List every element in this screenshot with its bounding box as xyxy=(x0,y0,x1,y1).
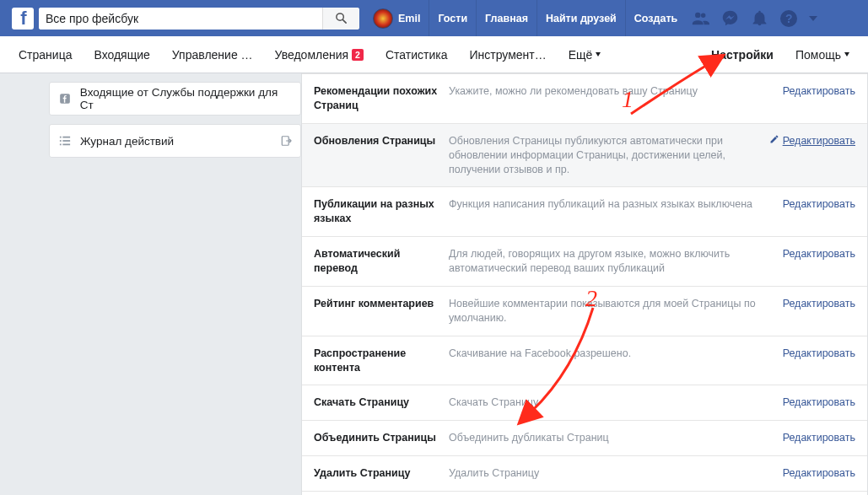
sidebar: Входящие от Службы поддержки для Ст Журн… xyxy=(0,73,301,495)
settings-row: Объединить СтраницыОбъединить дубликаты … xyxy=(302,420,867,455)
edit-link[interactable]: Редактировать xyxy=(783,297,855,311)
settings-row-name: Рейтинг комментариев xyxy=(314,297,449,311)
edit-link[interactable]: Редактировать xyxy=(769,134,855,148)
settings-row-desc: Удалить Страницу xyxy=(449,466,783,481)
facebook-logo-icon[interactable]: f xyxy=(12,8,34,30)
page-body: Входящие от Службы поддержки для Ст Журн… xyxy=(0,73,868,495)
sidebar-item-support-inbox[interactable]: Входящие от Службы поддержки для Ст xyxy=(49,82,301,116)
avatar[interactable] xyxy=(373,8,393,29)
topnav-create[interactable]: Создать xyxy=(625,0,686,36)
nav-help-label: Помощь xyxy=(795,48,841,62)
settings-panel: Рекомендации похожих СтраницУкажите, мож… xyxy=(301,73,868,495)
settings-row-desc: Скачивание на Facebook разрешено. xyxy=(449,347,783,361)
settings-row: Публикации на разных языкахФункция напис… xyxy=(302,186,867,236)
settings-row-name: Рекомендации похожих Страниц xyxy=(314,84,449,113)
settings-row: Скачать СтраницуСкачать СтраницуРедактир… xyxy=(302,385,867,420)
search-input[interactable] xyxy=(39,8,322,30)
settings-row-desc: Функция написания публикаций на разных я… xyxy=(449,197,783,212)
settings-row-name: Обновления Страницы xyxy=(314,134,449,148)
svg-rect-3 xyxy=(60,137,62,138)
settings-row-desc: Обновления Страницы публикуются автомати… xyxy=(449,134,769,177)
edit-link[interactable]: Редактировать xyxy=(783,395,855,410)
edit-link-label: Редактировать xyxy=(783,466,855,481)
edit-link-label: Редактировать xyxy=(783,431,855,445)
svg-line-1 xyxy=(343,20,347,24)
page-nav: Страница Входящие Управление … Уведомлен… xyxy=(0,36,868,73)
settings-row: Автоматический переводДля людей, говорящ… xyxy=(302,236,867,286)
search-button[interactable] xyxy=(322,8,359,30)
settings-row-desc: Новейшие комментарии показываются для мо… xyxy=(449,297,783,326)
settings-row-name: Удалить Страницу xyxy=(314,466,449,481)
nav-notifications[interactable]: Уведомления 2 xyxy=(275,48,364,62)
svg-rect-6 xyxy=(62,140,70,142)
edit-link-label: Редактировать xyxy=(783,134,855,148)
nav-tools[interactable]: Инструмент… xyxy=(469,48,546,62)
nav-inbox[interactable]: Входящие xyxy=(94,48,149,62)
account-menu-caret-icon[interactable] xyxy=(809,16,817,21)
settings-list: Рекомендации похожих СтраницУкажите, мож… xyxy=(301,73,868,495)
help-icon[interactable]: ? xyxy=(780,10,797,27)
edit-link-label: Редактировать xyxy=(783,347,855,361)
settings-row-name: Публикации на разных языках xyxy=(314,197,449,226)
notifications-icon[interactable] xyxy=(751,9,768,27)
edit-link[interactable]: Редактировать xyxy=(783,247,855,261)
svg-rect-8 xyxy=(62,144,70,146)
edit-link[interactable]: Редактировать xyxy=(783,466,855,481)
nav-insights[interactable]: Статистика xyxy=(385,48,448,62)
edit-link-label: Редактировать xyxy=(783,247,855,261)
search-icon xyxy=(335,12,348,24)
svg-rect-7 xyxy=(60,144,62,146)
svg-rect-4 xyxy=(62,137,70,138)
settings-row-name: Автоматический перевод xyxy=(314,247,449,276)
topbar: f Emil Гости Главная Найти друзей Создат… xyxy=(0,0,868,36)
settings-row-desc: Для людей, говорящих на другом языке, мо… xyxy=(449,247,783,276)
settings-row-name: Скачать Страницу xyxy=(314,395,449,410)
nav-more-label: Ещё xyxy=(569,48,593,62)
chevron-down-icon xyxy=(844,52,849,56)
sidebar-item-label: Журнал действий xyxy=(80,135,174,148)
friend-requests-icon[interactable] xyxy=(691,9,709,28)
sidebar-item-activity-log[interactable]: Журнал действий xyxy=(49,124,301,158)
edit-link-label: Редактировать xyxy=(783,395,855,410)
nav-help[interactable]: Помощь xyxy=(795,48,849,62)
chevron-down-icon xyxy=(596,52,601,56)
settings-row: Рекомендации похожих СтраницУкажите, мож… xyxy=(302,73,867,123)
edit-link[interactable]: Редактировать xyxy=(783,431,855,445)
nav-page[interactable]: Страница xyxy=(19,48,72,62)
edit-link[interactable]: Редактировать xyxy=(783,197,855,212)
nav-settings[interactable]: Настройки xyxy=(711,48,774,62)
topnav-find-friends[interactable]: Найти друзей xyxy=(536,0,625,36)
edit-link[interactable]: Редактировать xyxy=(783,84,855,99)
edit-link-label: Редактировать xyxy=(783,197,855,212)
settings-row: Обновления СтраницыОбновления Страницы п… xyxy=(302,123,867,187)
svg-rect-5 xyxy=(60,140,62,142)
settings-row-desc: Укажите, можно ли рекомендовать вашу Стр… xyxy=(449,84,783,99)
exit-icon xyxy=(280,134,294,148)
topnav-home[interactable]: Главная xyxy=(476,0,536,36)
settings-row: Распространение контентаСкачивание на Fa… xyxy=(302,336,867,385)
settings-row: Удалить СтраницуУдалить СтраницуРедактир… xyxy=(302,455,867,491)
settings-row-desc: Скачать Страницу xyxy=(449,395,783,410)
edit-link[interactable]: Редактировать xyxy=(783,347,855,361)
edit-link-label: Редактировать xyxy=(783,297,855,311)
notifications-badge: 2 xyxy=(352,49,364,61)
messenger-icon[interactable] xyxy=(721,9,739,27)
settings-row-name: Объединить Страницы xyxy=(314,431,449,445)
settings-row: Комментирование в прямом эфиреПользовате… xyxy=(302,491,867,495)
pencil-icon xyxy=(769,134,779,148)
settings-row: Рейтинг комментариевНовейшие комментарии… xyxy=(302,286,867,336)
topnav-guests[interactable]: Гости xyxy=(429,0,476,36)
nav-notifications-label: Уведомления xyxy=(275,48,349,62)
settings-row-name: Распространение контента xyxy=(314,347,449,375)
facebook-small-icon xyxy=(58,92,72,105)
search-wrap xyxy=(39,8,359,30)
settings-row-desc: Объединить дубликаты Страниц xyxy=(449,431,783,445)
profile-link[interactable]: Emil xyxy=(393,0,429,36)
topbar-icon-group: ? xyxy=(691,9,817,28)
nav-more[interactable]: Ещё xyxy=(569,48,601,62)
sidebar-item-label: Входящие от Службы поддержки для Ст xyxy=(80,86,292,111)
edit-link-label: Редактировать xyxy=(783,84,855,99)
nav-manage[interactable]: Управление … xyxy=(172,48,253,62)
list-icon xyxy=(58,134,72,148)
